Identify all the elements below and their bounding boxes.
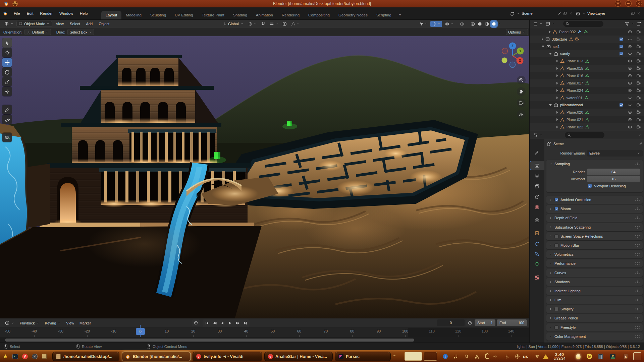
launcher-terminal[interactable]: >_ bbox=[12, 353, 18, 360]
show-gizmo-toggle[interactable] bbox=[430, 21, 442, 27]
tray-bluetooth-icon[interactable] bbox=[503, 352, 511, 360]
outliner-row-set1[interactable]: set1 bbox=[530, 43, 644, 50]
expand-icon[interactable] bbox=[556, 97, 558, 99]
jump-end-button[interactable] bbox=[241, 320, 249, 326]
shading-material[interactable] bbox=[484, 21, 490, 27]
hide-eye-toggle[interactable] bbox=[626, 29, 633, 34]
panel-indirect-lighting[interactable]: Indirect Lighting bbox=[546, 287, 643, 295]
tool-measure[interactable] bbox=[2, 115, 12, 124]
properties-tab-constraints[interactable] bbox=[530, 249, 544, 258]
3d-viewport[interactable]: Z Y X bbox=[0, 36, 529, 318]
panel-film[interactable]: Film bbox=[546, 296, 643, 304]
menu-file[interactable]: File bbox=[10, 10, 23, 17]
panel-subsurface-scattering[interactable]: Subsurface Scattering bbox=[546, 223, 643, 231]
panel-shadows[interactable]: Shadows bbox=[546, 278, 643, 286]
tab-shading[interactable]: Shading bbox=[229, 11, 252, 19]
properties-search-input[interactable] bbox=[565, 132, 604, 138]
frame-start-field[interactable]: Start1 bbox=[475, 319, 495, 326]
hide-eye-toggle[interactable] bbox=[626, 73, 633, 78]
panel-grip[interactable] bbox=[635, 162, 640, 166]
timeline-scrollbar[interactable] bbox=[0, 337, 529, 343]
expand-icon[interactable] bbox=[556, 126, 558, 128]
hide-eye-toggle[interactable] bbox=[626, 125, 633, 129]
outliner-filter-type-dropdown[interactable] bbox=[545, 21, 556, 27]
unlink-scene-icon[interactable] bbox=[569, 11, 573, 15]
timeline-menu-playback[interactable]: Playback bbox=[17, 320, 42, 326]
tool-cursor[interactable] bbox=[2, 48, 12, 57]
shading-wireframe[interactable] bbox=[470, 21, 476, 27]
outliner-row-3dtexture[interactable]: 3dtexture bbox=[530, 36, 644, 43]
panel-performance[interactable]: Performance bbox=[546, 259, 643, 267]
taskbar-window-2[interactable]: Blender [/home/amalie/... bbox=[122, 352, 191, 361]
properties-tab-scene[interactable] bbox=[530, 192, 544, 201]
grid-ortho-button[interactable] bbox=[517, 110, 526, 119]
tool-transform[interactable] bbox=[2, 87, 12, 96]
taskbar-window-4[interactable]: VAnalieStar | Home - Viva... bbox=[264, 352, 333, 361]
launcher-favorites-star[interactable]: ★ bbox=[2, 353, 9, 360]
window-shade-button[interactable] bbox=[615, 0, 621, 7]
properties-tab-view-layer[interactable] bbox=[530, 182, 544, 191]
tray-info-icon[interactable]: i bbox=[441, 352, 449, 360]
hide-eye-toggle[interactable] bbox=[626, 117, 633, 122]
mode-dropdown[interactable]: Object Mode bbox=[16, 21, 52, 27]
panel-grip[interactable] bbox=[635, 198, 640, 201]
viewport-menu-add[interactable]: Add bbox=[83, 21, 96, 27]
panel-freestyle[interactable]: Freestyle bbox=[546, 323, 643, 331]
pin-icon[interactable] bbox=[557, 11, 561, 15]
tab-geometry-nodes[interactable]: Geometry Nodes bbox=[334, 11, 372, 19]
show-desktop-button[interactable] bbox=[633, 352, 641, 360]
menu-window[interactable]: Window bbox=[56, 10, 76, 17]
properties-tab-collection[interactable] bbox=[530, 216, 544, 225]
menu-help[interactable]: Help bbox=[76, 10, 91, 17]
hide-eye-toggle[interactable] bbox=[626, 96, 633, 100]
navigation-gizmo[interactable]: Z Y X bbox=[498, 41, 527, 69]
tool-add-cube[interactable] bbox=[2, 133, 12, 142]
render-engine-dropdown[interactable]: Eevee bbox=[587, 150, 643, 157]
panel-grease-pencil[interactable]: Grease Pencil bbox=[546, 314, 643, 322]
outliner-search-input[interactable] bbox=[563, 21, 603, 27]
camera-visibility-toggle[interactable] bbox=[635, 44, 642, 49]
tray-calculator-icon[interactable] bbox=[597, 352, 604, 360]
properties-options-dropdown[interactable] bbox=[638, 133, 641, 137]
panel-screen-space-reflections[interactable]: Screen Space Reflections bbox=[546, 232, 643, 240]
tab-compositing[interactable]: Compositing bbox=[304, 11, 334, 19]
collection-checkbox[interactable] bbox=[619, 37, 623, 41]
viewport-menu-object[interactable]: Object bbox=[96, 21, 112, 27]
panel-grip[interactable] bbox=[635, 280, 640, 284]
panel-grip[interactable] bbox=[635, 289, 640, 293]
tab-texture-paint[interactable]: Texture Paint bbox=[198, 11, 229, 19]
tab-animation[interactable]: Animation bbox=[252, 11, 277, 19]
window-close-button[interactable] bbox=[636, 0, 642, 7]
timeline-menu-keying[interactable]: Keying bbox=[42, 320, 64, 326]
panel-checkbox[interactable] bbox=[554, 243, 558, 247]
tray-volume-icon[interactable] bbox=[491, 352, 499, 360]
tab-sculpting[interactable]: Sculpting bbox=[146, 11, 170, 19]
panel-checkbox[interactable] bbox=[554, 198, 558, 202]
orientation-dropdown[interactable]: Default bbox=[24, 29, 51, 35]
remove-view-layer-icon[interactable] bbox=[637, 11, 641, 15]
snap-mode-dropdown[interactable] bbox=[268, 21, 280, 27]
panel-grip[interactable] bbox=[635, 253, 640, 256]
scene-selector[interactable]: Scene bbox=[510, 9, 573, 17]
new-scene-icon[interactable] bbox=[563, 11, 567, 15]
tray-search-icon[interactable] bbox=[463, 352, 470, 360]
menu-render[interactable]: Render bbox=[37, 10, 56, 17]
outliner-row-water-001[interactable]: water.001 bbox=[530, 94, 644, 102]
current-frame-field[interactable]: 0 bbox=[437, 319, 465, 326]
camera-visibility-toggle[interactable] bbox=[635, 103, 642, 107]
panel-grip[interactable] bbox=[635, 335, 640, 338]
properties-tab-render[interactable] bbox=[530, 161, 544, 170]
viewport-menu-view[interactable]: View bbox=[53, 21, 67, 27]
tray-keyboard-layout[interactable]: us bbox=[522, 352, 529, 360]
properties-tab-physics[interactable] bbox=[530, 239, 544, 248]
panel-volumetrics[interactable]: Volumetrics bbox=[546, 250, 643, 258]
tray-smiley-icon[interactable] bbox=[586, 352, 593, 360]
panel-depth-of-field[interactable]: Depth of Field bbox=[546, 214, 643, 222]
pan-hand-button[interactable] bbox=[517, 87, 526, 96]
tab-rendering[interactable]: Rendering bbox=[277, 11, 304, 19]
tool-select-box[interactable] bbox=[2, 38, 12, 48]
properties-tab-object[interactable] bbox=[530, 229, 544, 238]
outliner-filter-dropdown[interactable] bbox=[624, 21, 635, 27]
expand-icon[interactable] bbox=[542, 46, 544, 47]
properties-tab-world[interactable] bbox=[530, 202, 544, 212]
